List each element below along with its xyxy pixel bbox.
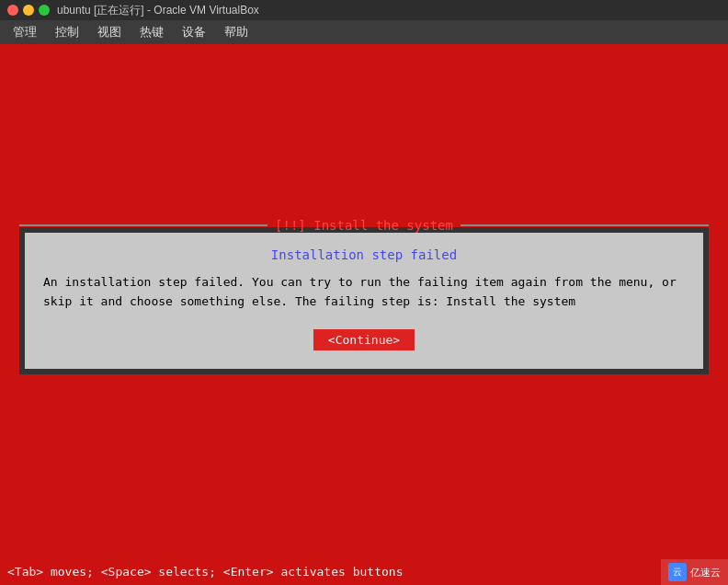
title-line-left: [19, 224, 267, 226]
close-button[interactable]: [7, 5, 18, 16]
window-controls: [7, 5, 50, 16]
menu-item-device[interactable]: 设备: [173, 22, 215, 42]
yisu-label: 亿速云: [690, 566, 721, 579]
dialog-titlebar: [!!] Install the system: [19, 218, 709, 233]
continue-button[interactable]: <Continue>: [313, 329, 415, 350]
yisu-icon: 云: [668, 563, 687, 581]
titlebar: ubuntu [正在运行] - Oracle VM VirtualBox: [0, 0, 728, 20]
menu-item-help[interactable]: 帮助: [215, 22, 257, 42]
dialog-container: [!!] Install the system Installation ste…: [19, 227, 709, 375]
menu-item-hotkey[interactable]: 热键: [131, 22, 173, 42]
title-line-right: [461, 224, 709, 226]
yisu-badge: 云 亿速云: [661, 559, 728, 585]
status-text: <Tab> moves; <Space> selects; <Enter> ac…: [7, 565, 403, 579]
menubar: 管理 控制 视图 热键 设备 帮助: [0, 20, 728, 44]
dialog-body: An installation step failed. You can try…: [43, 273, 685, 312]
minimize-button[interactable]: [23, 5, 34, 16]
main-area: [!!] Install the system Installation ste…: [0, 44, 728, 557]
button-row: <Continue>: [43, 329, 685, 350]
menu-item-control[interactable]: 控制: [46, 22, 88, 42]
menu-item-manage[interactable]: 管理: [4, 22, 46, 42]
dialog-inner: Installation step failed An installation…: [25, 233, 703, 370]
dialog-outer-title: [!!] Install the system: [267, 218, 461, 233]
statusbar: <Tab> moves; <Space> selects; <Enter> ac…: [0, 557, 728, 585]
maximize-button[interactable]: [39, 5, 50, 16]
menu-item-view[interactable]: 视图: [88, 22, 131, 42]
dialog-inner-title: Installation step failed: [43, 247, 685, 262]
window-title: ubuntu [正在运行] - Oracle VM VirtualBox: [57, 3, 259, 18]
